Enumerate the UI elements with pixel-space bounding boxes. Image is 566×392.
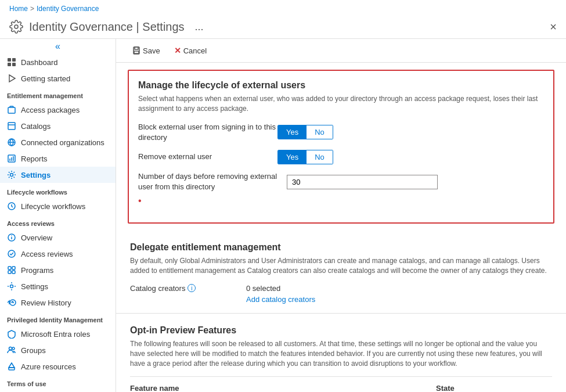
gear-icon bbox=[9, 20, 23, 34]
sidebar-item-lifecycle-workflows[interactable]: Lifecycle workflows bbox=[0, 198, 116, 214]
cancel-button[interactable]: ✕ Cancel bbox=[170, 44, 211, 57]
svg-rect-1 bbox=[8, 58, 11, 62]
settings-ar-icon bbox=[7, 282, 16, 291]
sidebar-item-overview[interactable]: Overview bbox=[0, 229, 116, 246]
block-yes-btn[interactable]: Yes bbox=[278, 125, 307, 139]
svg-point-23 bbox=[10, 285, 13, 288]
days-label: Number of days before removing external … bbox=[138, 171, 277, 192]
sidebar-item-settings-ar[interactable]: Settings bbox=[0, 278, 116, 294]
breadcrumb-separator: > bbox=[30, 5, 34, 13]
sidebar-item-azure-resources[interactable]: Azure resources bbox=[0, 358, 116, 375]
catalogs-label: Catalogs bbox=[21, 122, 51, 131]
sidebar: « Dashboard Getting started Entitlement … bbox=[0, 39, 116, 392]
sidebar-item-programs[interactable]: Programs bbox=[0, 262, 116, 278]
feature-table-header: Feature name State bbox=[130, 376, 552, 392]
svg-rect-22 bbox=[12, 271, 15, 274]
sidebar-item-settings[interactable]: Settings bbox=[0, 167, 116, 183]
sidebar-item-dashboard[interactable]: Dashboard bbox=[0, 54, 116, 70]
azure-resources-icon bbox=[7, 362, 16, 371]
content-area: Save ✕ Cancel Manage the lifecycle of ex… bbox=[116, 39, 566, 392]
groups-label: Groups bbox=[21, 346, 46, 355]
page-header: Identity Governance | Settings ... × bbox=[0, 17, 566, 39]
catalog-value: 0 selected Add catalog creators bbox=[246, 284, 315, 304]
groups-icon bbox=[7, 346, 16, 355]
breadcrumb-current[interactable]: Identity Governance bbox=[37, 5, 99, 13]
days-row: Number of days before removing external … bbox=[138, 171, 544, 206]
sidebar-collapse-btn[interactable]: « bbox=[0, 39, 116, 54]
required-indicator: • bbox=[138, 196, 142, 206]
svg-rect-30 bbox=[134, 51, 139, 53]
save-icon bbox=[132, 46, 140, 55]
svg-rect-27 bbox=[9, 368, 15, 370]
reports-label: Reports bbox=[21, 154, 48, 163]
catalog-row: Catalog creators i 0 selected Add catalo… bbox=[130, 284, 552, 304]
lifecycle-icon bbox=[7, 202, 16, 211]
svg-rect-2 bbox=[12, 58, 16, 62]
getting-started-icon bbox=[7, 74, 16, 83]
svg-rect-21 bbox=[8, 271, 11, 274]
entra-icon bbox=[7, 329, 16, 339]
remove-yes-btn[interactable]: Yes bbox=[278, 150, 307, 164]
sidebar-item-review-history[interactable]: Review History bbox=[0, 294, 116, 311]
info-icon[interactable]: i bbox=[188, 284, 196, 292]
settings-icon bbox=[7, 170, 16, 179]
svg-point-14 bbox=[10, 174, 13, 177]
settings-ar-label: Settings bbox=[21, 282, 48, 291]
sidebar-item-getting-started[interactable]: Getting started bbox=[0, 70, 116, 87]
access-packages-icon bbox=[7, 105, 16, 114]
remove-user-row: Remove external user Yes No bbox=[138, 150, 544, 164]
sidebar-item-catalogs[interactable]: Catalogs bbox=[0, 118, 116, 134]
sidebar-item-groups[interactable]: Groups bbox=[0, 342, 116, 358]
access-reviews-section: Access reviews bbox=[0, 214, 116, 229]
sidebar-scroll-down-btn[interactable]: ▼ bbox=[0, 390, 116, 392]
sidebar-item-ms-entra-roles[interactable]: Microsoft Entra roles bbox=[0, 326, 116, 342]
sidebar-item-connected-organizations[interactable]: Connected organizations bbox=[0, 134, 116, 150]
days-input[interactable] bbox=[287, 175, 438, 189]
block-signing-row: Block external user from signing in to t… bbox=[138, 122, 544, 143]
breadcrumb: Home > Identity Governance bbox=[0, 0, 566, 17]
entitlement-management-section: Entitlement management bbox=[0, 87, 116, 102]
svg-rect-19 bbox=[8, 267, 11, 269]
close-button[interactable]: × bbox=[550, 20, 557, 34]
access-packages-label: Access packages bbox=[21, 106, 80, 114]
sidebar-item-reports[interactable]: Reports bbox=[0, 150, 116, 167]
access-reviews-icon bbox=[7, 249, 16, 258]
svg-rect-7 bbox=[8, 123, 15, 130]
remove-user-toggle[interactable]: Yes No bbox=[277, 150, 333, 164]
lifecycle-workflows-section: Lifecycle workflows bbox=[0, 183, 116, 198]
selected-count: 0 selected bbox=[246, 284, 315, 293]
overview-icon bbox=[7, 233, 16, 242]
delegate-title: Delegate entitlement management bbox=[130, 242, 552, 253]
svg-marker-5 bbox=[9, 75, 15, 82]
toolbar: Save ✕ Cancel bbox=[116, 39, 566, 63]
lifecycle-box: Manage the lifecycle of external users S… bbox=[128, 70, 554, 224]
terms-of-use-section: Terms of use bbox=[0, 375, 116, 390]
svg-rect-29 bbox=[135, 47, 138, 49]
dashboard-icon bbox=[7, 57, 16, 67]
block-signing-label: Block external user from signing in to t… bbox=[138, 122, 277, 143]
review-history-label: Review History bbox=[21, 299, 71, 307]
block-signing-toggle[interactable]: Yes No bbox=[277, 125, 333, 139]
svg-point-0 bbox=[15, 25, 18, 28]
programs-label: Programs bbox=[21, 266, 53, 275]
remove-user-label: Remove external user bbox=[138, 152, 277, 162]
add-catalog-creators-link[interactable]: Add catalog creators bbox=[246, 295, 315, 304]
sidebar-item-access-packages[interactable]: Access packages bbox=[0, 102, 116, 118]
pim-section: Privileged Identity Management bbox=[0, 311, 116, 326]
reports-icon bbox=[7, 154, 16, 163]
breadcrumb-home[interactable]: Home bbox=[9, 5, 28, 13]
save-button[interactable]: Save bbox=[128, 44, 165, 57]
dashboard-label: Dashboard bbox=[21, 58, 58, 67]
lifecycle-desc: Select what happens when an external use… bbox=[138, 94, 544, 114]
optin-desc: The following features will soon be rele… bbox=[130, 339, 552, 368]
block-no-btn[interactable]: No bbox=[307, 125, 333, 139]
getting-started-label: Getting started bbox=[21, 74, 70, 83]
sidebar-item-access-reviews[interactable]: Access reviews bbox=[0, 246, 116, 262]
programs-icon bbox=[7, 265, 16, 275]
svg-point-25 bbox=[9, 347, 12, 350]
cancel-icon: ✕ bbox=[174, 46, 181, 55]
ms-entra-roles-label: Microsoft Entra roles bbox=[21, 330, 90, 339]
remove-no-btn[interactable]: No bbox=[307, 150, 333, 164]
svg-rect-4 bbox=[12, 63, 16, 66]
more-options-icon[interactable]: ... bbox=[195, 21, 204, 33]
